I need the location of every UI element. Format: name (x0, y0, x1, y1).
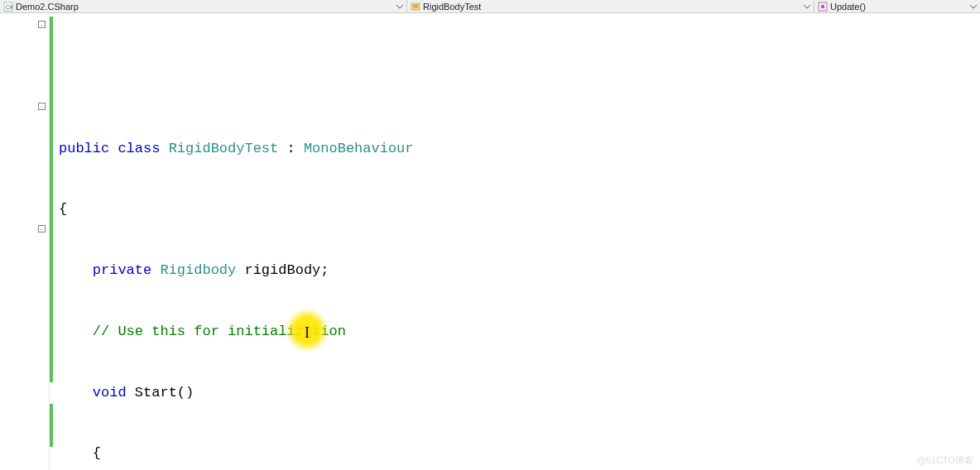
svg-rect-3 (413, 5, 418, 6)
breadcrumb-class[interactable]: RigidBodyTest (407, 0, 814, 12)
method-icon (818, 2, 828, 12)
code-area[interactable]: public class RigidBodyTest : MonoBehavio… (50, 13, 980, 470)
breadcrumb-file[interactable]: C# Demo2.CSharp (0, 0, 407, 12)
fold-toggle[interactable]: - (38, 225, 46, 233)
svg-text:C#: C# (6, 4, 13, 10)
change-marker (50, 404, 53, 447)
breadcrumb-class-label: RigidBodyTest (423, 2, 481, 12)
code-line[interactable]: { (54, 444, 980, 464)
breadcrumb-file-label: Demo2.CSharp (16, 2, 79, 12)
chevron-down-icon (396, 2, 403, 10)
code-line[interactable]: public class RigidBodyTest : MonoBehavio… (54, 139, 980, 160)
fold-toggle[interactable]: - (38, 103, 46, 110)
class-icon (411, 2, 420, 12)
svg-rect-4 (413, 7, 418, 7)
chevron-down-icon (803, 2, 810, 10)
fold-toggle[interactable]: - (38, 21, 46, 28)
editor: - - - public class RigidBodyTest : MonoB… (0, 13, 980, 470)
breadcrumb-bar: C# Demo2.CSharp RigidBodyTest Update() (0, 0, 980, 13)
svg-point-6 (821, 4, 824, 7)
breadcrumb-method-label: Update() (830, 2, 866, 12)
chevron-down-icon (969, 2, 977, 10)
gutter: - - - (0, 13, 50, 470)
csharp-file-icon: C# (3, 2, 13, 12)
code-line[interactable]: void Start() (54, 383, 980, 404)
code-line[interactable]: // Use this for initialization (54, 322, 980, 343)
change-marker (50, 17, 53, 382)
breadcrumb-method[interactable]: Update() (814, 0, 980, 12)
code-line[interactable]: private Rigidbody rigidBody; (54, 261, 980, 281)
code-line[interactable]: { (54, 199, 980, 220)
watermark: @51CTO博客 (917, 454, 973, 467)
